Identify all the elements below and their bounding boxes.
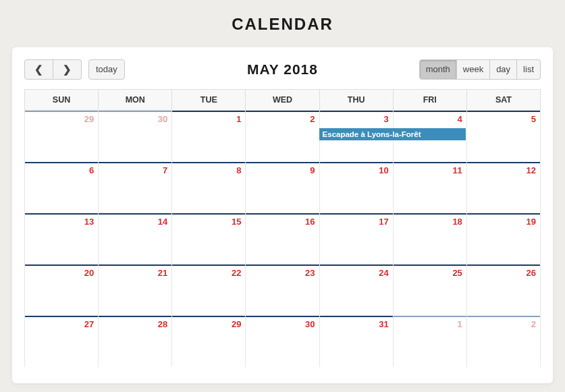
day-number: 1 xyxy=(172,111,245,125)
day-number: 26 xyxy=(467,264,540,279)
day-cell[interactable]: 1 xyxy=(393,316,466,367)
view-group: month week day list xyxy=(419,59,541,80)
day-cell[interactable]: 17 xyxy=(319,213,393,264)
day-header: WED xyxy=(246,90,319,111)
day-number: 28 xyxy=(99,316,171,331)
calendar-week: 6789101112 xyxy=(25,162,541,213)
day-cell[interactable]: 25 xyxy=(393,264,466,316)
day-cell[interactable]: 9 xyxy=(246,162,319,213)
day-header: FRI xyxy=(393,90,466,111)
day-number: 6 xyxy=(25,162,98,177)
day-cell[interactable]: 26 xyxy=(466,264,540,316)
day-cell[interactable]: 29 xyxy=(172,316,246,367)
day-number: 21 xyxy=(99,264,171,279)
day-number: 15 xyxy=(172,213,245,228)
day-header: THU xyxy=(319,90,393,111)
day-number: 12 xyxy=(467,162,540,177)
day-number: 20 xyxy=(25,264,98,279)
day-number: 7 xyxy=(99,162,171,177)
calendar-grid: SUN MON TUE WED THU FRI SAT 2930123Escap… xyxy=(24,89,541,367)
view-month-button[interactable]: month xyxy=(419,59,457,80)
day-cell[interactable]: 14 xyxy=(99,213,172,264)
day-cell[interactable]: 7 xyxy=(99,162,172,213)
day-cell[interactable]: 22 xyxy=(172,264,246,316)
calendar-card: ❮ ❯ today MAY 2018 month week day list xyxy=(12,47,553,383)
day-number: 5 xyxy=(467,111,540,125)
day-cell[interactable]: 11 xyxy=(393,162,466,213)
calendar-week: 13141516171819 xyxy=(25,213,541,264)
view-list-button[interactable]: list xyxy=(517,59,541,80)
day-cell[interactable]: 19 xyxy=(466,213,540,264)
day-cell[interactable]: 5 xyxy=(466,111,540,163)
day-number: 3 xyxy=(320,111,393,125)
day-cell[interactable]: 15 xyxy=(172,213,246,264)
day-cell[interactable]: 2 xyxy=(246,111,319,163)
calendar-week: 272829303112 xyxy=(25,316,541,367)
view-week-button[interactable]: week xyxy=(457,59,490,80)
view-day-button[interactable]: day xyxy=(490,59,517,80)
day-header: MON xyxy=(99,90,172,111)
day-number: 30 xyxy=(99,111,171,125)
day-number: 13 xyxy=(25,213,98,228)
day-number: 2 xyxy=(246,111,319,125)
day-number: 1 xyxy=(394,316,466,331)
day-cell[interactable]: 12 xyxy=(466,162,540,213)
day-number: 18 xyxy=(394,213,466,228)
day-number: 2 xyxy=(467,316,540,331)
day-cell[interactable]: 6 xyxy=(25,162,99,213)
day-cell[interactable]: 20 xyxy=(25,264,99,316)
day-header: TUE xyxy=(172,90,246,111)
day-number: 27 xyxy=(25,316,98,331)
day-cell[interactable]: 4 xyxy=(393,111,466,163)
calendar-week: 2930123Escapade à Lyons-la-Forêt45 xyxy=(25,111,541,163)
day-number: 25 xyxy=(394,264,466,279)
day-number: 17 xyxy=(320,213,393,228)
day-cell[interactable]: 2 xyxy=(466,316,540,367)
day-cell[interactable]: 28 xyxy=(99,316,172,367)
day-cell[interactable]: 29 xyxy=(25,111,99,163)
day-number: 9 xyxy=(246,162,319,177)
day-cell[interactable]: 13 xyxy=(25,213,99,264)
day-number: 16 xyxy=(246,213,319,228)
calendar-toolbar: ❮ ❯ today MAY 2018 month week day list xyxy=(24,59,541,80)
day-cell[interactable]: 30 xyxy=(246,316,319,367)
day-cell[interactable]: 21 xyxy=(99,264,172,316)
day-cell[interactable]: 23 xyxy=(246,264,319,316)
day-cell[interactable]: 31 xyxy=(319,316,393,367)
day-number: 29 xyxy=(25,111,98,125)
day-number: 29 xyxy=(172,316,245,331)
day-number: 8 xyxy=(172,162,245,177)
day-number: 31 xyxy=(320,316,393,331)
day-number: 30 xyxy=(246,316,319,331)
day-number: 14 xyxy=(99,213,171,228)
day-cell[interactable]: 30 xyxy=(99,111,172,163)
day-header: SAT xyxy=(466,90,540,111)
day-cell[interactable]: 1 xyxy=(172,111,246,163)
day-cell[interactable]: 27 xyxy=(25,316,99,367)
day-number: 11 xyxy=(394,162,466,177)
day-cell[interactable]: 24 xyxy=(319,264,393,316)
day-cell[interactable]: 10 xyxy=(319,162,393,213)
day-number: 4 xyxy=(394,111,466,125)
day-cell[interactable]: 18 xyxy=(393,213,466,264)
day-header: SUN xyxy=(25,90,99,111)
day-cell[interactable]: 3Escapade à Lyons-la-Forêt xyxy=(319,111,393,163)
day-number: 24 xyxy=(320,264,393,279)
day-number: 19 xyxy=(467,213,540,228)
day-number: 10 xyxy=(320,162,393,177)
page-title: CALENDAR xyxy=(0,15,565,34)
day-cell[interactable]: 8 xyxy=(172,162,246,213)
day-number: 22 xyxy=(172,264,245,279)
day-number: 23 xyxy=(246,264,319,279)
day-cell[interactable]: 16 xyxy=(246,213,319,264)
day-header-row: SUN MON TUE WED THU FRI SAT xyxy=(25,90,541,111)
calendar-week: 20212223242526 xyxy=(25,264,541,316)
